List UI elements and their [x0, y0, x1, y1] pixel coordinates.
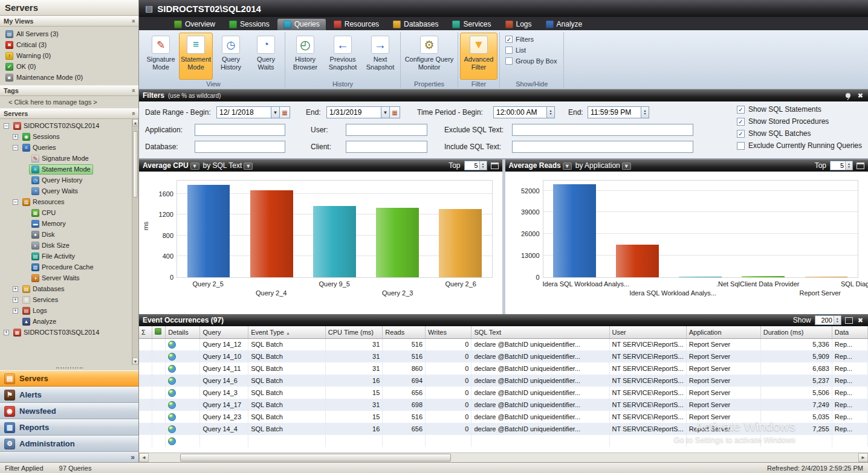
chevron-down-icon[interactable]: ▼	[381, 106, 390, 118]
manage-tags-link[interactable]: < Click here to manage tags >	[0, 96, 138, 108]
bar-net-sqlclient-data-provider[interactable]	[679, 277, 722, 277]
chart-groupby-dropdown[interactable]: by Application▼	[575, 161, 631, 170]
details-cell[interactable]	[166, 338, 200, 350]
bar-sql-diagnostic-manager-co[interactable]	[805, 277, 848, 277]
scrollbar-thumb[interactable]	[180, 454, 451, 462]
servers-header[interactable]: Servers »	[0, 108, 138, 119]
tree-item-memory[interactable]: ▬Memory	[1, 218, 130, 229]
checkbox-list[interactable]: List	[505, 47, 557, 54]
table-row[interactable]: Query 14_6SQL Batch166940declare @BatchI…	[139, 375, 868, 387]
tree-scrollbar[interactable]: ▲ ▼	[132, 119, 138, 365]
expand-icon[interactable]: +	[13, 134, 18, 140]
previous-snapshot-button[interactable]: ←Previous Snapshot	[325, 33, 361, 80]
expand-icon[interactable]: +	[13, 297, 18, 303]
details-cell[interactable]	[166, 362, 200, 375]
details-cell[interactable]	[166, 350, 200, 362]
view-item-warning-0[interactable]: !Warning (0)	[0, 50, 138, 61]
client-input[interactable]	[346, 141, 427, 153]
tree-item-analyze[interactable]: ▲Analyze	[1, 316, 130, 327]
bar-query-9-5[interactable]	[313, 206, 356, 277]
tree-item-file-activity[interactable]: ▤File Activity	[1, 251, 130, 262]
details-cell[interactable]	[166, 411, 200, 423]
col-header-data[interactable]: Data	[832, 326, 867, 338]
bar-query-2-6[interactable]	[439, 209, 482, 277]
my-views-header[interactable]: My Views »	[0, 16, 138, 27]
tab-analyze[interactable]: Analyze	[540, 19, 589, 30]
checkbox-filters[interactable]: ✓Filters	[505, 36, 557, 43]
checkbox-exclude-currently-running-queries[interactable]: Exclude Currently Running Queries	[737, 141, 862, 150]
col-header-user[interactable]: User	[609, 326, 686, 338]
nav-item-alerts[interactable]: ⚑Alerts	[0, 387, 138, 403]
tree-item-databases[interactable]: +▤Databases	[1, 283, 130, 294]
details-cell[interactable]	[166, 375, 200, 387]
tree-scrollbar-thumb[interactable]	[133, 131, 138, 198]
view-item-maintenance-mode-0[interactable]: ■Maintenance Mode (0)	[0, 72, 138, 83]
table-row[interactable]: Query 14_17SQL Batch316980declare @Batch…	[139, 399, 868, 411]
collapse-icon[interactable]: −	[4, 123, 9, 129]
include-sql-input[interactable]	[512, 141, 693, 153]
view-item-ok-0[interactable]: ✔OK (0)	[0, 61, 138, 72]
chevron-down-icon[interactable]: ▼	[244, 162, 253, 170]
configure-query-monitor-button[interactable]: ⚙Configure Query Monitor	[403, 33, 456, 80]
tree-item-server-waits[interactable]: ◑Server Waits	[1, 272, 130, 283]
tree-item-logs[interactable]: +▤Logs	[1, 305, 130, 316]
close-icon[interactable]: ✖	[857, 317, 864, 324]
date-end-input[interactable]	[326, 106, 381, 118]
top-value-input[interactable]	[831, 161, 845, 170]
time-begin-input[interactable]	[493, 106, 546, 118]
chart-groupby-dropdown[interactable]: by SQL Text▼	[203, 161, 253, 170]
spin-down-icon[interactable]: ▼	[482, 166, 485, 169]
view-item-all-servers-3[interactable]: ▤All Servers (3)	[0, 28, 138, 39]
details-cell[interactable]	[166, 399, 200, 411]
nav-item-newsfeed[interactable]: ◉Newsfeed	[0, 403, 138, 419]
horizontal-scrollbar[interactable]: ◄ ►	[139, 452, 868, 462]
tab-queries[interactable]: Queries	[277, 19, 326, 30]
tree-item-statement-mode[interactable]: ≡Statement Mode	[1, 164, 130, 175]
date-begin-input[interactable]	[216, 106, 271, 118]
scroll-up-icon[interactable]: ▲	[132, 119, 138, 126]
tab-sessions[interactable]: Sessions	[223, 19, 276, 30]
col-header-cpu-time-ms[interactable]: CPU Time (ms)	[325, 326, 383, 338]
tab-resources[interactable]: Resources	[328, 19, 385, 30]
col-header-[interactable]: Σ	[139, 326, 152, 338]
chevron-down-icon[interactable]: ▼	[190, 162, 199, 170]
table-row[interactable]: Query 14_3SQL Batch156560declare @BatchI…	[139, 387, 868, 399]
tab-databases[interactable]: Databases	[387, 19, 444, 30]
details-cell[interactable]	[166, 387, 200, 399]
calendar-icon[interactable]: ▦	[390, 106, 400, 118]
expand-icon[interactable]: +	[13, 308, 18, 314]
spinner-arrows[interactable]: ▲▼	[845, 161, 852, 170]
exclude-sql-input[interactable]	[512, 124, 693, 136]
col-header-duration-ms[interactable]: Duration (ms)	[760, 326, 832, 338]
tree-item-query-waits[interactable]: ◔Query Waits	[1, 185, 130, 196]
col-header-reads[interactable]: Reads	[383, 326, 426, 338]
table-row[interactable]: Query 14_23SQL Batch155160declare @Batch…	[139, 411, 868, 423]
history-browser-button[interactable]: ◴History Browser	[287, 33, 323, 80]
spin-down-icon[interactable]: ▼	[549, 112, 552, 115]
tree-item-query-history[interactable]: ◷Query History	[1, 175, 130, 185]
time-spinner[interactable]: ▲▼	[546, 106, 555, 118]
bar-query-2-4[interactable]	[250, 190, 293, 277]
col-header-application[interactable]: Application	[686, 326, 760, 338]
details-cell[interactable]	[166, 435, 200, 447]
show-value-input[interactable]	[815, 316, 834, 324]
advanced-filter-button[interactable]: ▼Advanced Filter	[460, 33, 497, 80]
tags-header[interactable]: Tags »	[0, 85, 138, 96]
tree-scrollbar-track[interactable]	[132, 126, 138, 358]
maximize-icon[interactable]	[857, 162, 864, 169]
tree-item-services[interactable]: +⚙Services	[1, 294, 130, 305]
calendar-icon[interactable]: ▦	[280, 106, 290, 118]
pin-icon[interactable]	[846, 93, 850, 98]
spin-down-icon[interactable]: ▼	[836, 320, 839, 323]
tree-item-procedure-cache[interactable]: ▧Procedure Cache	[1, 262, 130, 272]
collapse-chevron-icon[interactable]: »	[129, 19, 137, 23]
nav-item-servers[interactable]: ▤Servers	[0, 370, 138, 387]
table-row[interactable]: Query 14_11SQL Batch318600declare @Batch…	[139, 362, 868, 375]
bar-idera-sql-workload-analys[interactable]	[616, 245, 659, 277]
spinner-arrows[interactable]: ▲▼	[834, 316, 841, 324]
col-header-event-type[interactable]: Event Type▲	[248, 326, 326, 338]
bar-idera-sql-workload-analys[interactable]	[553, 184, 596, 277]
sidebar-splitter-grip[interactable]	[56, 367, 83, 368]
collapse-chevron-icon[interactable]: »	[129, 89, 137, 92]
scroll-right-icon[interactable]: ►	[858, 453, 868, 462]
